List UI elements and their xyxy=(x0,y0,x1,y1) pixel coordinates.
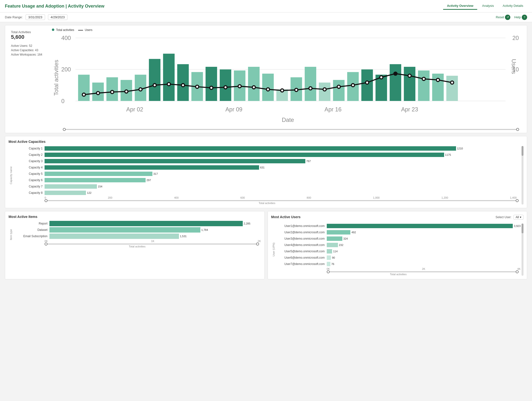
capacity-bar-fill[interactable] xyxy=(45,172,152,176)
capacities-scrollbar-thumb[interactable] xyxy=(522,146,523,156)
capacity-bar-value: 631 xyxy=(260,166,264,169)
capacity-bar-label: Capacity 3 xyxy=(13,159,43,163)
item-x-tick: 0K xyxy=(45,240,48,243)
capacity-bar-row: Capacity 3 767 xyxy=(13,159,521,164)
svg-point-55 xyxy=(337,85,340,88)
capacity-bar-fill[interactable] xyxy=(45,153,444,157)
user-bar-fill[interactable] xyxy=(327,249,332,254)
svg-rect-30 xyxy=(361,69,373,101)
item-bar-fill[interactable] xyxy=(49,227,200,233)
capacity-x-tick: 200 xyxy=(108,196,112,199)
user-bar-fill[interactable] xyxy=(327,262,330,266)
users-panel: Most Active Users Select User: All ▾ Use… xyxy=(268,211,527,279)
capacities-slider-left[interactable] xyxy=(45,199,47,202)
item-bar-fill[interactable] xyxy=(49,234,179,239)
capacity-bar-fill[interactable] xyxy=(45,146,456,151)
toolbar: Date Range: 3/31/2023 4/29/2023 Reset ↺ … xyxy=(0,12,532,22)
item-bar-fill[interactable] xyxy=(49,221,243,226)
capacity-x-tick: 1,000 xyxy=(373,196,380,199)
capacity-bar-fill[interactable] xyxy=(45,159,305,163)
items-slider-right[interactable] xyxy=(256,243,259,245)
user-bar: 114 xyxy=(327,249,521,254)
item-bar-value: 2,285 xyxy=(244,222,251,225)
items-slider[interactable] xyxy=(13,244,261,245)
capacity-bar: 297 xyxy=(45,178,521,183)
reset-button[interactable]: Reset ↺ xyxy=(496,15,510,20)
capacities-slider-right[interactable] xyxy=(516,199,519,202)
active-capacities-stat: Active Capacities: 43 xyxy=(11,49,49,52)
svg-text:Apr 23: Apr 23 xyxy=(401,106,418,113)
svg-text:Total activities: Total activities xyxy=(53,60,59,96)
users-scrollbar[interactable] xyxy=(522,224,523,276)
date-range-label: Date Range: xyxy=(5,15,23,19)
user-bar-value: 492 xyxy=(351,231,356,234)
item-bar-container: 1,784 xyxy=(49,227,261,232)
users-slider[interactable] xyxy=(276,271,521,272)
user-x-tick: 0K xyxy=(327,267,330,270)
item-x-tick: 2K xyxy=(258,240,261,243)
user-x-tick: 4K xyxy=(517,267,521,270)
capacity-bar: 317 xyxy=(45,171,521,176)
time-series-slider[interactable] xyxy=(63,129,519,130)
svg-text:Apr 02: Apr 02 xyxy=(126,106,143,113)
capacities-scrollbar[interactable] xyxy=(522,146,523,205)
slider-left-handle[interactable] xyxy=(63,128,66,131)
svg-rect-36 xyxy=(446,76,458,101)
svg-point-56 xyxy=(351,84,355,87)
user-bar-fill[interactable] xyxy=(327,255,331,260)
svg-point-50 xyxy=(266,88,270,91)
reset-label: Reset xyxy=(496,15,504,19)
tab-activity-details[interactable]: Activity Details xyxy=(499,2,527,10)
user-bar-row: User1@demo.onmicrosoft.com 3,923 xyxy=(276,224,521,228)
capacity-x-tick: 1,400 xyxy=(510,196,517,199)
capacity-bar-label: Capacity 2 xyxy=(13,153,43,156)
capacity-bar-container: 154 xyxy=(45,184,521,189)
user-bar: 76 xyxy=(327,262,521,266)
svg-point-39 xyxy=(111,90,114,94)
app-header: Feature Usage and Adoption | Activity Ov… xyxy=(0,0,532,12)
capacity-bar-label: Capacity 6 xyxy=(13,178,43,182)
users-scrollbar-thumb[interactable] xyxy=(522,224,523,233)
capacity-bar-fill[interactable] xyxy=(45,184,97,189)
user-bar-row: User2@demo.onmicrosoft.com 492 xyxy=(276,230,521,235)
users-slider-left[interactable] xyxy=(327,270,330,273)
svg-rect-20 xyxy=(220,69,231,101)
user-bar-row: User3@demo.onmicrosoft.com 324 xyxy=(276,236,521,241)
user-bar: 3,923 xyxy=(327,224,521,228)
user-bar: 324 xyxy=(327,236,521,241)
select-user-dropdown[interactable]: All ▾ xyxy=(513,215,523,220)
capacity-bar: 631 xyxy=(45,165,521,170)
help-button[interactable]: Help ? xyxy=(514,15,527,20)
items-slider-left[interactable] xyxy=(45,243,47,245)
users-slider-right[interactable] xyxy=(516,270,519,273)
capacity-bar-value: 1210 xyxy=(457,147,463,150)
capacities-slider[interactable] xyxy=(13,200,521,201)
user-bar-fill[interactable] xyxy=(327,236,343,241)
capacity-bar-fill[interactable] xyxy=(45,191,86,195)
user-bar-fill[interactable] xyxy=(327,224,513,228)
tab-activity-overview[interactable]: Activity Overview xyxy=(443,2,477,10)
users-x-axis: 0K2K4K xyxy=(276,267,521,270)
svg-point-51 xyxy=(280,89,284,92)
user-bar-label: User2@demo.onmicrosoft.com xyxy=(276,231,325,234)
capacity-bar-row: Capacity 6 297 xyxy=(13,178,521,183)
svg-text:Apr 16: Apr 16 xyxy=(325,106,342,113)
capacity-bar-fill[interactable] xyxy=(45,165,259,170)
start-date-pill[interactable]: 3/31/2023 xyxy=(26,14,45,20)
user-bar-fill[interactable] xyxy=(327,243,338,247)
tab-analysis[interactable]: Analysis xyxy=(478,2,498,10)
capacity-bar-fill[interactable] xyxy=(45,178,146,182)
svg-point-38 xyxy=(96,91,100,95)
slider-right-handle[interactable] xyxy=(516,128,519,131)
items-x-labels: 0K1K2K xyxy=(45,240,261,243)
svg-point-53 xyxy=(309,87,312,90)
help-icon: ? xyxy=(522,15,527,20)
svg-point-48 xyxy=(238,85,241,88)
user-bar-fill[interactable] xyxy=(327,230,351,235)
svg-text:Apr 09: Apr 09 xyxy=(225,106,243,113)
svg-rect-10 xyxy=(78,75,90,101)
end-date-pill[interactable]: 4/29/2023 xyxy=(48,14,67,20)
items-panel: Most Active Items Item type Report 2,285… xyxy=(5,211,265,279)
svg-rect-19 xyxy=(205,67,217,101)
svg-text:200: 200 xyxy=(61,66,71,73)
